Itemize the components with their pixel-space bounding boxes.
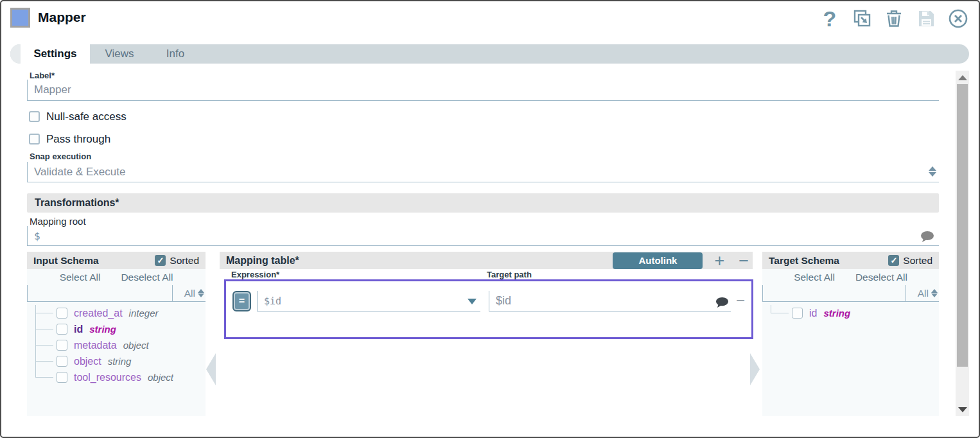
row-comment-bubble-icon[interactable] — [715, 296, 730, 308]
mapping-table-panel: Mapping table* Autolink + − Expression* … — [220, 252, 753, 416]
target-schema-search-input[interactable] — [763, 285, 906, 301]
null-safe-label: Null-safe access — [46, 110, 127, 123]
add-row-button[interactable]: + — [714, 252, 724, 269]
input-schema-panel: Input Schema ✓ Sorted Select All Deselec… — [27, 252, 206, 416]
target-schema-header: Target Schema ✓ Sorted — [762, 252, 939, 269]
input-sorted-checkbox[interactable]: ✓ — [155, 255, 166, 266]
schema-item-checkbox[interactable] — [57, 340, 67, 351]
mapping-root-label: Mapping root — [30, 216, 86, 227]
snap-execution-label: Snap execution — [30, 152, 91, 161]
delete-icon[interactable] — [884, 8, 904, 29]
schema-tree-item: created_at integer — [27, 305, 206, 321]
input-schema-filter-value: All — [184, 288, 195, 299]
input-deselect-all-link[interactable]: Deselect All — [121, 272, 173, 283]
label-field-label: Label* — [30, 71, 55, 80]
tab-info[interactable]: Info — [149, 44, 202, 64]
header-toolbar: ? — [819, 6, 968, 31]
schema-item-checkbox[interactable] — [792, 308, 803, 319]
collapse-right-panel-handle[interactable] — [750, 353, 760, 385]
expression-dropdown-caret-icon[interactable] — [468, 299, 477, 304]
target-path-input[interactable]: $id — [489, 291, 731, 311]
schema-tree-item: object string — [27, 353, 206, 369]
schema-tree-item: tool_resources object — [27, 369, 206, 385]
target-deselect-all-link[interactable]: Deselect All — [855, 272, 907, 283]
target-schema-actions: Select All Deselect All — [762, 269, 939, 285]
filter-arrows-icon — [198, 289, 204, 297]
dialog-title: Mapper — [38, 10, 86, 25]
mapper-dialog: Mapper ? — [0, 0, 980, 438]
schema-item-type: object — [148, 372, 173, 383]
delete-mapping-row-button[interactable]: − — [736, 291, 745, 310]
filter-arrows-icon — [931, 289, 938, 297]
snap-type-icon — [10, 8, 30, 28]
target-path-column-header: Target path — [487, 270, 532, 279]
input-schema-filter-dropdown[interactable]: All — [172, 285, 206, 301]
input-schema-tree: created_at integer id string metadata ob… — [27, 305, 206, 385]
schema-item-type: string — [89, 324, 116, 335]
schema-item-checkbox[interactable] — [57, 324, 67, 335]
target-schema-search-row: All — [762, 285, 939, 302]
vertical-scrollbar[interactable] — [956, 71, 969, 416]
transformations-section-header: Transformations* — [27, 193, 939, 213]
schema-item-name[interactable]: object — [74, 356, 101, 367]
save-icon[interactable] — [916, 8, 936, 29]
popout-icon[interactable] — [852, 8, 872, 29]
schema-item-name[interactable]: created_at — [74, 308, 123, 319]
schema-item-name[interactable]: id — [74, 324, 83, 335]
target-select-all-link[interactable]: Select All — [794, 272, 835, 283]
tab-settings[interactable]: Settings — [21, 44, 90, 64]
scroll-up-arrow-icon[interactable] — [958, 75, 967, 80]
input-sorted-label: Sorted — [170, 255, 199, 267]
target-schema-filter-dropdown[interactable]: All — [906, 285, 939, 301]
schema-tree-item: id string — [27, 321, 206, 337]
scroll-down-arrow-icon[interactable] — [958, 407, 967, 412]
schema-item-checkbox[interactable] — [57, 308, 67, 319]
schema-tree-item: id string — [762, 305, 939, 321]
target-schema-panel: Target Schema ✓ Sorted Select All Desele… — [762, 252, 939, 416]
autolink-button[interactable]: Autolink — [613, 252, 703, 269]
schema-item-type: string — [823, 308, 850, 319]
target-sorted-checkbox[interactable]: ✓ — [888, 255, 899, 266]
schema-item-type: string — [108, 356, 132, 367]
pass-through-label: Pass through — [46, 133, 110, 146]
schema-item-checkbox[interactable] — [57, 356, 67, 367]
schema-item-type: object — [123, 340, 149, 351]
target-schema-title: Target Schema — [769, 255, 839, 267]
target-path-value: $id — [496, 294, 511, 308]
mapping-root-input[interactable]: $ — [27, 226, 939, 246]
help-icon[interactable]: ? — [819, 8, 840, 29]
schema-item-name[interactable]: tool_resources — [74, 372, 141, 383]
comment-bubble-icon[interactable] — [920, 230, 935, 243]
input-schema-search-input[interactable] — [28, 285, 172, 301]
remove-row-button[interactable]: − — [739, 252, 749, 269]
mapping-row-selection-box: = $id $id − — [224, 279, 753, 339]
label-input[interactable]: Mapper — [27, 80, 939, 101]
expression-column-header: Expression* — [231, 270, 279, 279]
mapping-table-header: Mapping table* Autolink + − — [220, 252, 753, 269]
schema-item-name[interactable]: id — [809, 308, 817, 319]
tab-views[interactable]: Views — [90, 44, 149, 64]
target-schema-tree: id string — [762, 305, 939, 321]
close-icon[interactable] — [948, 8, 968, 29]
schema-item-checkbox[interactable] — [57, 372, 67, 383]
pass-through-checkbox[interactable] — [29, 134, 40, 145]
expression-value: $id — [264, 295, 281, 307]
label-input-value: Mapper — [34, 83, 71, 96]
input-schema-actions: Select All Deselect All — [27, 269, 206, 285]
target-sorted-label: Sorted — [903, 255, 932, 267]
schema-item-name[interactable]: metadata — [74, 340, 117, 351]
input-schema-title: Input Schema — [33, 255, 99, 267]
null-safe-checkbox[interactable] — [29, 111, 40, 122]
scrollbar-thumb[interactable] — [957, 84, 968, 367]
snap-execution-value: Validate & Execute — [34, 166, 125, 179]
schema-tree-item: metadata object — [27, 337, 206, 353]
select-arrows-icon[interactable] — [929, 166, 936, 177]
input-schema-header: Input Schema ✓ Sorted — [27, 252, 206, 269]
snap-execution-select[interactable]: Validate & Execute — [27, 162, 939, 182]
input-schema-search-row: All — [27, 285, 206, 302]
target-schema-filter-value: All — [918, 288, 929, 299]
input-select-all-link[interactable]: Select All — [60, 272, 101, 283]
expression-input[interactable]: $id — [257, 291, 480, 311]
collapse-left-panel-handle[interactable] — [206, 353, 216, 385]
expression-toggle-button[interactable]: = — [232, 291, 251, 311]
